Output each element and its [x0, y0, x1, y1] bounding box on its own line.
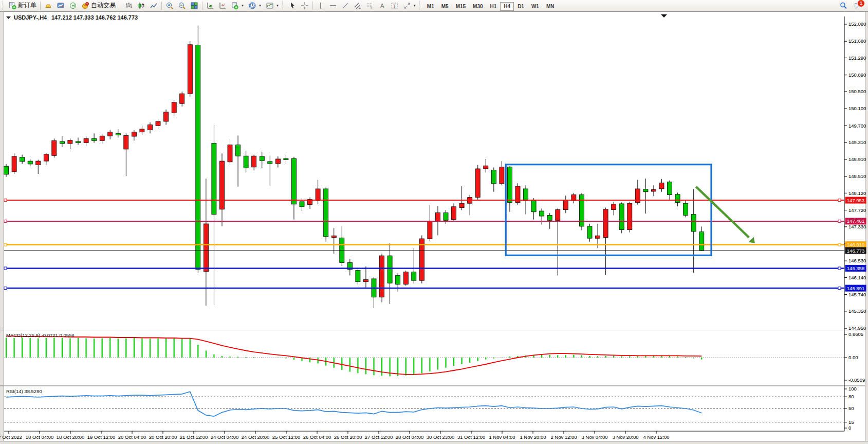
zoom-out-button[interactable] — [176, 0, 188, 11]
chart-title: USDJPY-,H4147.212 147.333 146.762 146.77… — [6, 14, 138, 21]
line-chart-button[interactable] — [147, 0, 160, 11]
cursor-icon — [288, 2, 297, 10]
svg-text:20 Oct 04:00: 20 Oct 04:00 — [118, 434, 146, 440]
new-order-icon — [8, 2, 16, 10]
svg-text:24 Oct 20:00: 24 Oct 20:00 — [242, 434, 269, 440]
svg-text:26 Oct 04:00: 26 Oct 04:00 — [303, 434, 331, 440]
svg-text:147.330: 147.330 — [848, 224, 866, 229]
timeframe-H1[interactable]: H1 — [487, 2, 501, 11]
text-label-button[interactable]: T — [389, 0, 401, 11]
bar-chart-icon — [125, 2, 133, 10]
svg-text:27 Oct 12:00: 27 Oct 12:00 — [365, 434, 393, 440]
toolbar-grip[interactable] — [2, 2, 5, 9]
text-button[interactable]: A — [376, 0, 389, 11]
svg-text:147.461: 147.461 — [847, 218, 864, 224]
vertical-line-button[interactable] — [315, 0, 327, 11]
svg-text:E: E — [359, 6, 361, 9]
auto-trading-label: 自动交易 — [91, 1, 116, 10]
timeframe-MN[interactable]: MN — [543, 2, 558, 11]
notification-badge: 1 — [857, 0, 865, 7]
auto-scroll-icon — [206, 2, 214, 10]
svg-text:145.350: 145.350 — [848, 308, 866, 314]
trendline-button[interactable] — [339, 0, 352, 11]
timeframe-group: M1M5M15M30H1H4D1W1MN — [423, 1, 558, 10]
fibonacci-button[interactable]: F — [364, 0, 376, 11]
toolbar-grip[interactable] — [419, 2, 422, 9]
svg-text:145.891: 145.891 — [847, 286, 864, 291]
svg-text:146.358: 146.358 — [847, 265, 864, 271]
timeframe-D1[interactable]: D1 — [514, 2, 528, 11]
dropdown-caret: ▼ — [413, 4, 416, 7]
crosshair-button[interactable] — [299, 0, 311, 11]
toolbar-grip[interactable] — [282, 2, 285, 9]
tile-windows-icon — [190, 2, 198, 10]
periods-button[interactable]: ▼ — [246, 0, 264, 11]
search-icon — [839, 2, 847, 10]
dropdown-caret: ▼ — [241, 4, 244, 7]
price-tag-147.461: 147.461 — [845, 218, 866, 224]
templates-button[interactable]: ▼ — [264, 0, 281, 11]
trendline-icon — [341, 2, 349, 10]
tile-windows-button[interactable] — [188, 0, 200, 11]
arrows-icon — [403, 2, 411, 10]
timeframe-M15[interactable]: M15 — [452, 2, 469, 11]
timeframe-M1[interactable]: M1 — [423, 2, 438, 11]
svg-text:50: 50 — [848, 405, 854, 411]
timeframe-W1[interactable]: W1 — [528, 2, 543, 11]
svg-text:T: T — [393, 3, 396, 8]
toolbar-separator — [312, 2, 313, 10]
svg-text:0: 0 — [848, 425, 851, 431]
svg-text:100: 100 — [848, 386, 857, 392]
svg-text:150.500: 150.500 — [848, 88, 866, 94]
gold-button[interactable] — [42, 0, 54, 11]
macd-label: MACD(12,26,9) -0.0721 0.0558 — [6, 332, 75, 338]
search-button[interactable] — [837, 0, 849, 11]
zoom-out-icon — [178, 2, 186, 10]
new-chart-button[interactable]: ▼ — [229, 0, 246, 11]
timeframe-M5[interactable]: M5 — [438, 2, 452, 11]
toolbar-grip[interactable] — [119, 2, 121, 9]
svg-text:4 Nov 12:00: 4 Nov 12:00 — [643, 434, 669, 440]
zoom-in-button[interactable] — [163, 0, 176, 11]
svg-text:18 Oct 04:00: 18 Oct 04:00 — [26, 434, 53, 440]
svg-text:146.530: 146.530 — [848, 258, 866, 263]
bar-chart-button[interactable] — [123, 0, 135, 11]
objects-arrows-button[interactable]: ▼ — [401, 0, 418, 11]
new-order-button[interactable]: 新订单 — [6, 0, 39, 11]
publish-chart-button[interactable] — [54, 0, 67, 11]
candlestick-button[interactable] — [135, 0, 147, 11]
auto-trading-button[interactable]: 自动交易 — [79, 0, 118, 11]
svg-text:31 Oct 12:00: 31 Oct 12:00 — [457, 434, 485, 440]
cursor-button[interactable] — [286, 0, 299, 11]
price-tag-147.953: 147.953 — [845, 197, 866, 204]
clock-icon — [248, 2, 256, 10]
svg-text:150.100: 150.100 — [848, 105, 866, 111]
svg-text:146.140: 146.140 — [848, 275, 866, 280]
horizontal-line-button[interactable] — [327, 0, 339, 11]
svg-text:0.00: 0.00 — [848, 354, 858, 360]
svg-text:20 Oct 20:00: 20 Oct 20:00 — [149, 434, 177, 440]
svg-text:-0.8509: -0.8509 — [848, 377, 865, 383]
new-chart-icon — [231, 2, 239, 10]
svg-text:25 Oct 12:00: 25 Oct 12:00 — [272, 434, 300, 440]
timeframe-M30[interactable]: M30 — [469, 2, 486, 11]
chart-shift-button[interactable] — [216, 0, 229, 11]
line-chart-icon — [150, 2, 158, 10]
svg-text:F: F — [371, 6, 373, 9]
svg-text:28 Oct 04:00: 28 Oct 04:00 — [396, 434, 423, 440]
chart-shift-icon — [218, 2, 227, 10]
timeframe-H4[interactable]: H4 — [500, 2, 514, 11]
notifications-button[interactable]: 1 — [854, 2, 862, 10]
svg-text:148.120: 148.120 — [848, 190, 866, 196]
signals-button[interactable] — [67, 0, 79, 11]
price-chart[interactable]: MACD(12,26,9) -0.0721 0.0558RSI(14) 38.5… — [0, 11, 868, 444]
auto-scroll-button[interactable] — [204, 0, 216, 11]
svg-text:147.212 147.333 146.762 146.77: 147.212 147.333 146.762 146.773 — [51, 14, 138, 21]
svg-text:149.700: 149.700 — [848, 123, 866, 129]
svg-text:30 Oct 23:00: 30 Oct 23:00 — [427, 434, 454, 440]
main-toolbar: 新订单 自动交易 ▼ ▼ ▼ E F A T ▼ M1M5M15M30H1H4D… — [0, 0, 868, 11]
svg-text:150.890: 150.890 — [848, 72, 866, 78]
chart-window[interactable]: MACD(12,26,9) -0.0721 0.0558RSI(14) 38.5… — [0, 11, 868, 444]
channel-button[interactable]: E — [352, 0, 364, 11]
crosshair-icon — [301, 2, 309, 10]
